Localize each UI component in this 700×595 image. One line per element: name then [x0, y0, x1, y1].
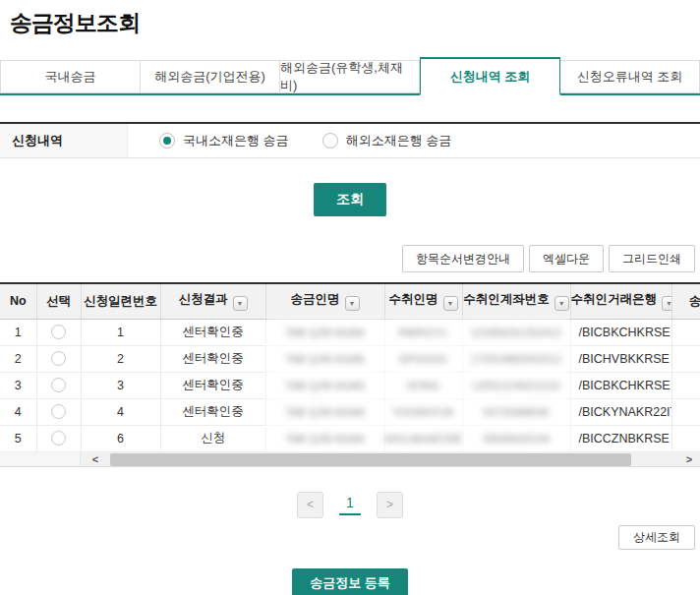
- register-remittance-button[interactable]: 송금정보 등록: [292, 568, 408, 595]
- pagination: < 1 >: [0, 492, 700, 518]
- detail-button-row: 상세조회: [0, 525, 700, 550]
- cell-account: 120521249211110: [462, 372, 570, 398]
- cell-receiver: KKGJAHWCIREA: [384, 425, 462, 451]
- cell-seq: 2: [81, 345, 160, 372]
- cell-result: 센터확인중: [160, 345, 265, 372]
- register-button-row: 송금정보 등록: [0, 568, 700, 595]
- column-header-seq: 신청일련번호: [81, 284, 160, 319]
- tab-label: 국내송금: [45, 68, 96, 86]
- cell-account: 123456251252412: [462, 319, 570, 345]
- cell-result: 신청: [160, 425, 265, 451]
- cell-amount: [671, 398, 700, 425]
- cell-bank: /BICCZNBKRSE: [570, 425, 671, 451]
- cell-seq: 4: [81, 398, 160, 425]
- scroll-left-icon[interactable]: <: [87, 452, 104, 467]
- scrollbar-track[interactable]: < >: [81, 452, 700, 466]
- scrollbar-thumb[interactable]: [110, 453, 631, 466]
- bank-location-radio-group: 국내소재은행 송금해외소재은행 송금: [128, 124, 451, 157]
- cell-no: 1: [0, 319, 36, 345]
- scroll-right-icon[interactable]: >: [680, 452, 698, 467]
- cell-bank: /BICBKCHKRSE: [570, 372, 671, 398]
- cell-amount: [671, 345, 700, 372]
- remittance-inquiry-page: 송금정보조회 국내송금해외송금(기업전용)해외송금(유학생,체재비)신청내역 조…: [0, 0, 700, 595]
- cell-seq: 3: [81, 372, 160, 398]
- toolbar-button-3[interactable]: 그리드인쇄: [609, 245, 695, 272]
- column-header-label: 수취인계좌번호: [463, 292, 550, 306]
- filter-dropdown-icon[interactable]: ▼: [345, 296, 360, 311]
- column-header-label: 신청일련번호: [84, 294, 157, 308]
- cell-amount: [671, 425, 700, 451]
- tab-1[interactable]: 국내송금: [0, 60, 141, 93]
- radio-option-2[interactable]: 해외소재은행 송금: [322, 132, 452, 149]
- cell-sender: TAB QJW ASAN: [265, 345, 384, 372]
- toolbar-button-2[interactable]: 엑셀다운: [529, 245, 604, 272]
- cell-no: 5: [0, 425, 36, 451]
- radio-option-label: 해외소재은행 송금: [346, 132, 452, 149]
- column-header-select: 선택: [36, 284, 81, 319]
- cell-sender: TAB QJW ASAN: [265, 319, 384, 345]
- page-title: 송금정보조회: [0, 0, 700, 38]
- search-button[interactable]: 조회: [314, 183, 386, 216]
- radio-option-1[interactable]: 국내소재은행 송금: [159, 132, 289, 149]
- cell-bank: /BICKYNAKR22ITL: [570, 398, 671, 425]
- application-history-filter-section: 신청내역 국내소재은행 송금해외소재은행 송금: [0, 122, 700, 158]
- cell-amount: [671, 372, 700, 398]
- cell-no: 4: [0, 398, 36, 425]
- cell-result: 센터확인중: [160, 398, 265, 425]
- cell-select: [36, 398, 81, 425]
- column-header-no: No: [0, 284, 36, 319]
- cell-receiver: PARKGYL: [384, 319, 462, 345]
- cell-sender: TAB QJW ASAN: [265, 372, 384, 398]
- tab-2[interactable]: 해외송금(기업전용): [141, 60, 280, 93]
- cell-no: 3: [0, 372, 36, 398]
- filter-dropdown-icon[interactable]: ▼: [233, 296, 248, 311]
- cell-account: 54725088040: [462, 398, 570, 425]
- cell-account: 99945643104: [462, 425, 570, 451]
- column-header-sender: 송금인명▼: [265, 284, 384, 319]
- column-header-label: No: [10, 294, 27, 308]
- radio-button-icon[interactable]: [322, 133, 338, 149]
- page-prev-button[interactable]: <: [297, 492, 323, 518]
- table-row: 22센터확인중TAB QJW ASANDPSGGG172910882942512…: [0, 345, 700, 372]
- cell-result: 센터확인중: [160, 372, 265, 398]
- detail-view-button[interactable]: 상세조회: [618, 525, 695, 550]
- cell-amount: [671, 319, 700, 345]
- horizontal-scrollbar: < >: [0, 452, 700, 467]
- grid-header: No선택신청일련번호신청결과▼송금인명▼수취인명▼수취인계좌번호▼수취인거래은행…: [0, 284, 700, 319]
- filter-dropdown-icon[interactable]: ▼: [443, 296, 458, 311]
- column-header-account: 수취인계좌번호▼: [462, 284, 570, 319]
- row-select-radio[interactable]: [51, 325, 66, 339]
- cell-select: [36, 372, 81, 398]
- cell-seq: 1: [81, 319, 160, 345]
- page-number-current[interactable]: 1: [339, 495, 361, 515]
- filter-dropdown-icon[interactable]: ▼: [554, 296, 569, 311]
- tab-4[interactable]: 신청내역 조회: [420, 57, 560, 95]
- row-select-radio[interactable]: [51, 431, 66, 446]
- cell-no: 2: [0, 345, 36, 372]
- row-select-radio[interactable]: [51, 351, 66, 366]
- row-select-radio[interactable]: [51, 404, 66, 419]
- frozen-columns-spacer: [0, 452, 81, 466]
- column-header-result: 신청결과▼: [160, 284, 265, 319]
- radio-option-label: 국내소재은행 송금: [183, 132, 289, 149]
- tab-label: 신청내역 조회: [450, 68, 531, 86]
- tab-5[interactable]: 신청오류내역 조회: [560, 60, 700, 93]
- radio-button-icon[interactable]: [159, 133, 175, 149]
- cell-sender: TAB QJW ASAN: [265, 398, 384, 425]
- toolbar-button-1[interactable]: 항목순서변경안내: [402, 245, 524, 272]
- tab-label: 신청오류내역 조회: [577, 68, 683, 86]
- page-next-button[interactable]: >: [377, 492, 403, 518]
- table-row: 44센터확인중TAB QJW ASANYOONHYUK54725088040/B…: [0, 398, 700, 425]
- filter-section-label: 신청내역: [0, 124, 128, 157]
- column-header-label: 신청결과: [179, 292, 228, 306]
- cell-sender: TAB QJW ASAN: [265, 425, 384, 451]
- tab-label: 해외송금(유학생,체재비): [280, 59, 419, 94]
- column-header-label: 수취인거래은행: [571, 292, 658, 306]
- filter-dropdown-icon[interactable]: ▼: [662, 296, 671, 311]
- result-grid-container: No선택신청일련번호신청결과▼송금인명▼수취인명▼수취인계좌번호▼수취인거래은행…: [0, 282, 700, 452]
- row-select-radio[interactable]: [51, 378, 66, 392]
- table-row: 33센터확인중TAB QJW ASANDONG120521249211110/B…: [0, 372, 700, 398]
- cell-account: 172910882942512: [462, 345, 570, 372]
- grid-toolbar: 항목순서변경안내엑셀다운그리드인쇄: [0, 245, 700, 272]
- tab-3[interactable]: 해외송금(유학생,체재비): [280, 60, 420, 93]
